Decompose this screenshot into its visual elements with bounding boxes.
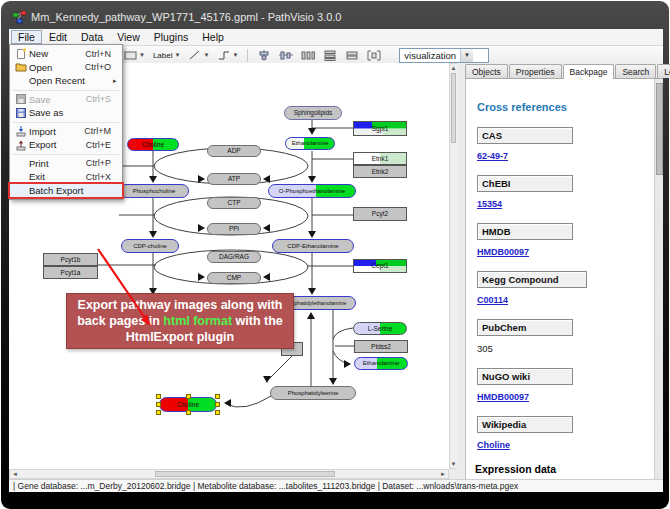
stack-vertical-icon [367, 50, 381, 61]
file-menu-item-import[interactable]: ImportCtrl+M [10, 125, 122, 139]
label-tool-button[interactable]: Label ▼ [150, 50, 184, 61]
menu-item-label: Exit [29, 171, 86, 182]
file-menu-item-exit[interactable]: ExitCtrl+X [10, 170, 122, 184]
tab-legend[interactable]: Legend [657, 64, 670, 78]
backpage-link-nugo-wiki[interactable]: HMDB00097 [477, 392, 529, 402]
pathway-node-cmp[interactable]: CMP [207, 272, 261, 284]
backpage-scrollbar[interactable] [654, 79, 663, 479]
elbow-tool-button[interactable]: ▼ [214, 49, 241, 61]
scroll-right-icon[interactable]: ► [438, 470, 448, 479]
scroll-left-icon[interactable]: ◄ [10, 470, 20, 479]
file-menu-item-save[interactable]: SaveCtrl+S [10, 93, 122, 107]
pathway-node-ptdss2[interactable]: Ptdss2 [354, 340, 408, 353]
pathway-node-sphingolipids[interactable]: Sphingolipids [284, 106, 342, 120]
selection-handle[interactable] [215, 402, 220, 407]
scrollbar-thumb[interactable] [656, 83, 663, 175]
line-tool-button[interactable]: ▼ [185, 49, 212, 61]
datanode-tool-button[interactable]: ▼ [121, 49, 148, 61]
backpage-value-row: C00114 [477, 295, 656, 305]
pathway-node-cdp-choline[interactable]: CDP-choline [121, 239, 179, 253]
file-menu-item-batch-export[interactable]: Batch Export [10, 184, 122, 198]
pathway-node-phosphatidylserine[interactable]: Phosphatidylserine [270, 386, 356, 400]
stack-horizontal-button[interactable] [342, 49, 362, 62]
menu-help[interactable]: Help [195, 30, 231, 44]
pathway-node-etnk1[interactable]: Etnk1 [353, 152, 407, 165]
visualization-combobox[interactable]: visualization ▼ [399, 48, 489, 63]
menu-file[interactable]: File [11, 30, 42, 44]
align-horizontal-center-button[interactable] [276, 49, 296, 62]
scroll-up-icon[interactable]: ▲ [450, 64, 457, 72]
tab-properties[interactable]: Properties [509, 64, 562, 78]
pathway-node-pcyt1a[interactable]: Pcyt1a [43, 266, 98, 279]
backpage-link-chebi[interactable]: 15354 [477, 199, 502, 209]
file-menu-item-export[interactable]: ExportCtrl+E [10, 138, 122, 152]
pathway-node-l-serine[interactable]: L-Serine [353, 322, 407, 335]
canvas-horizontal-scrollbar[interactable]: ◄ ► [9, 469, 449, 479]
distribute-horizontal-button[interactable] [298, 49, 318, 62]
selection-handle[interactable] [156, 402, 161, 407]
tab-search[interactable]: Search [615, 64, 656, 78]
pathway-node-ctp[interactable]: CTP [207, 197, 261, 209]
pathway-node-ppi[interactable]: PPi [207, 223, 261, 235]
window-title: Mm_Kennedy_pathway_WP1771_45176.gpml - P… [31, 11, 341, 23]
pathway-node-pcyt2[interactable]: Pcyt2 [353, 207, 407, 221]
chevron-down-icon[interactable]: ▼ [232, 52, 238, 58]
menu-item-label: Save as [29, 107, 111, 118]
selection-handle[interactable] [156, 410, 161, 415]
pathway-node-ethanolamine[interactable]: Ethanolamine [354, 357, 408, 370]
selection-handle[interactable] [215, 410, 220, 415]
selection-handle[interactable] [156, 394, 161, 399]
chevron-down-icon[interactable]: ▼ [139, 52, 145, 58]
selection-handle[interactable] [186, 394, 191, 399]
scrollbar-thumb[interactable] [451, 73, 456, 143]
selection-handle[interactable] [186, 410, 191, 415]
pathway-node-o-phosphoethanolamine[interactable]: O-Phosphoethanolamine [268, 184, 356, 198]
pathway-node-choline[interactable]: Choline [127, 138, 179, 151]
menu-plugins[interactable]: Plugins [147, 30, 195, 44]
distribute-vertical-button[interactable] [320, 49, 340, 62]
file-menu-item-save-as[interactable]: Save as [10, 106, 122, 120]
menu-data[interactable]: Data [74, 30, 110, 44]
file-menu-item-print[interactable]: PrintCtrl+P [10, 157, 122, 171]
backpage-footer-heading: Expression data [475, 463, 656, 475]
new-document-icon [13, 48, 29, 60]
align-vertical-center-button[interactable] [254, 49, 274, 62]
chevron-down-icon[interactable]: ▼ [460, 49, 473, 62]
pathway-node-phosphocholine[interactable]: Phosphocholine [119, 184, 189, 198]
tab-backpage[interactable]: Backpage [563, 64, 615, 79]
scroll-down-icon[interactable]: ▼ [450, 460, 457, 468]
pathway-node-cdp-ethanolamine[interactable]: CDP-Ethanolamine [272, 239, 354, 253]
backpage-section-chebi: ChEBI [477, 175, 573, 192]
pathway-node-etnk2[interactable]: Etnk2 [353, 165, 407, 178]
pathway-node-adp[interactable]: ADP [207, 145, 261, 157]
pathway-node-ethanolamine[interactable]: Ethanolamine [285, 137, 335, 150]
menu-view[interactable]: View [110, 30, 147, 44]
backpage-link-wikipedia[interactable]: Choline [477, 440, 510, 450]
label-tool-text: Label [153, 51, 173, 60]
menu-item-label: Import [29, 126, 84, 137]
submenu-arrow-icon: ▸ [113, 77, 119, 85]
callout-highlight-text: html format [163, 314, 232, 328]
backpage-section-cas: CAS [477, 127, 573, 144]
file-menu-item-open[interactable]: OpenCtrl+O [10, 61, 122, 75]
chevron-down-icon[interactable]: ▼ [174, 52, 180, 58]
scrollbar-thumb[interactable] [155, 471, 335, 477]
title-bar[interactable]: Mm_Kennedy_pathway_WP1771_45176.gpml - P… [9, 7, 661, 29]
file-menu-item-new[interactable]: NewCtrl+N [10, 47, 122, 61]
tab-objects[interactable]: Objects [465, 64, 508, 78]
pathway-node-pcyt1b[interactable]: Pcyt1b [43, 253, 98, 266]
side-panel: ObjectsPropertiesBackpageSearchLegend Cr… [457, 63, 663, 479]
backpage-link-cas[interactable]: 62-49-7 [477, 151, 508, 161]
chevron-down-icon[interactable]: ▼ [203, 52, 209, 58]
stack-vertical-button[interactable] [364, 49, 384, 62]
backpage-link-kegg-compound[interactable]: C00114 [477, 295, 508, 305]
backpage-link-hmdb[interactable]: HMDB00097 [477, 247, 529, 257]
menu-edit[interactable]: Edit [42, 30, 74, 44]
pathway-node-atp[interactable]: ATP [207, 173, 261, 185]
selection-handle[interactable] [215, 394, 220, 399]
pathway-node-dag-rag[interactable]: DAG/RAG [207, 251, 261, 263]
file-menu-item-open-recent[interactable]: Open Recent▸ [10, 74, 122, 88]
pathway-node-cept1[interactable]: Cept1 [353, 259, 407, 273]
menu-item-shortcut: Ctrl+E [86, 140, 111, 150]
pathway-node-sgpl1[interactable]: Sgpl1 [353, 121, 407, 136]
